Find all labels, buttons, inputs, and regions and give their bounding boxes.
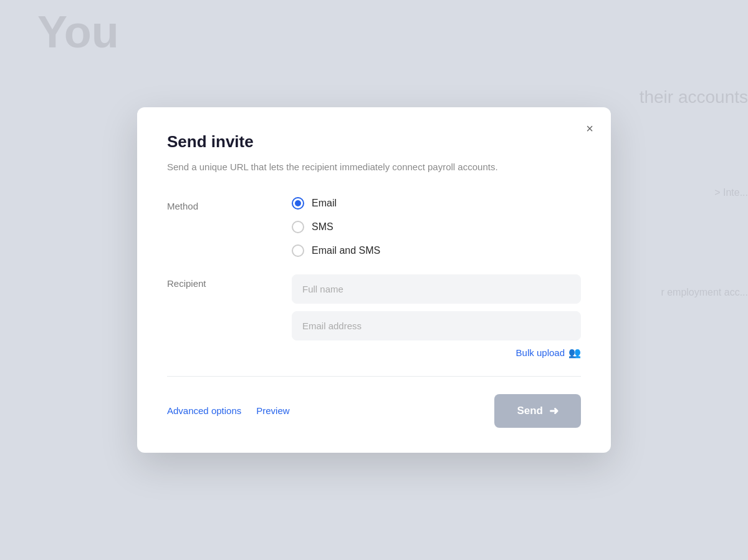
method-label: Method xyxy=(167,197,292,211)
bulk-upload-label: Bulk upload xyxy=(516,347,565,358)
modal-footer: Advanced options Preview Send ➜ xyxy=(167,394,581,428)
method-row: Method Email SMS Email and SMS xyxy=(167,197,581,257)
radio-sms-label: SMS xyxy=(312,221,333,233)
radio-email-sms[interactable]: Email and SMS xyxy=(292,244,581,257)
send-button[interactable]: Send ➜ xyxy=(494,394,581,428)
recipient-fields: Bulk upload 👥 xyxy=(292,274,581,359)
advanced-options-button[interactable]: Advanced options xyxy=(167,405,241,416)
modal-subtitle: Send a unique URL that lets the recipien… xyxy=(167,160,581,175)
radio-sms[interactable]: SMS xyxy=(292,221,581,233)
radio-email-sms-label: Email and SMS xyxy=(312,245,380,256)
email-input[interactable] xyxy=(292,311,581,340)
modal-overlay: × Send invite Send a unique URL that let… xyxy=(0,0,748,560)
send-invite-modal: × Send invite Send a unique URL that let… xyxy=(137,107,611,453)
recipient-label: Recipient xyxy=(167,274,292,289)
radio-email-label: Email xyxy=(312,198,337,209)
radio-sms-input[interactable] xyxy=(292,221,304,233)
radio-email[interactable]: Email xyxy=(292,197,581,210)
bulk-upload-icon: 👥 xyxy=(568,347,581,359)
preview-button[interactable]: Preview xyxy=(256,405,289,416)
method-radio-group: Email SMS Email and SMS xyxy=(292,197,581,257)
recipient-row: Recipient Bulk upload 👥 xyxy=(167,274,581,359)
radio-email-input[interactable] xyxy=(292,197,304,210)
close-button[interactable]: × xyxy=(583,120,596,137)
footer-links: Advanced options Preview xyxy=(167,405,290,416)
divider xyxy=(167,376,581,377)
send-label: Send xyxy=(517,405,543,417)
bulk-upload-button[interactable]: Bulk upload 👥 xyxy=(516,347,581,359)
radio-email-sms-input[interactable] xyxy=(292,244,304,257)
modal-title: Send invite xyxy=(167,132,581,152)
full-name-input[interactable] xyxy=(292,274,581,304)
send-arrow-icon: ➜ xyxy=(549,404,559,418)
bulk-upload-row: Bulk upload 👥 xyxy=(292,347,581,359)
